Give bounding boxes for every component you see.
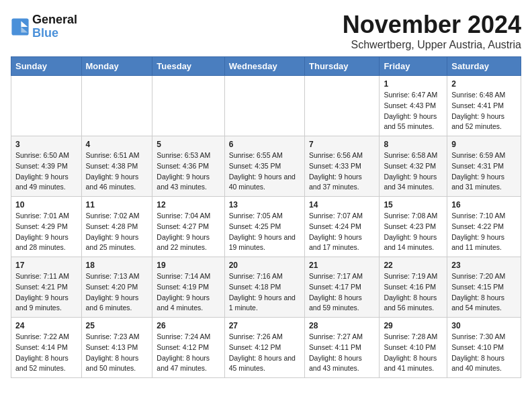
calendar-cell-4-1: 17Sunrise: 7:11 AM Sunset: 4:21 PM Dayli… bbox=[11, 257, 82, 318]
day-number: 2 bbox=[451, 79, 517, 89]
calendar-cell-1-1 bbox=[11, 76, 82, 136]
day-number: 23 bbox=[451, 261, 517, 270]
day-number: 4 bbox=[86, 140, 148, 149]
page-title: November 2024 bbox=[343, 11, 521, 39]
calendar-cell-3-2: 11Sunrise: 7:02 AM Sunset: 4:28 PM Dayli… bbox=[81, 197, 152, 257]
day-number: 22 bbox=[384, 261, 443, 270]
calendar-cell-3-1: 10Sunrise: 7:01 AM Sunset: 4:29 PM Dayli… bbox=[11, 197, 82, 257]
calendar-cell-3-5: 14Sunrise: 7:07 AM Sunset: 4:24 PM Dayli… bbox=[305, 197, 380, 257]
day-info: Sunrise: 6:53 AM Sunset: 4:36 PM Dayligh… bbox=[157, 150, 220, 193]
calendar-header-saturday: Saturday bbox=[447, 57, 521, 76]
logo: GeneralBlue bbox=[11, 13, 77, 40]
day-number: 30 bbox=[451, 321, 517, 330]
day-info: Sunrise: 7:26 AM Sunset: 4:12 PM Dayligh… bbox=[229, 332, 300, 374]
day-info: Sunrise: 7:19 AM Sunset: 4:16 PM Dayligh… bbox=[384, 271, 443, 314]
day-number: 5 bbox=[157, 140, 220, 149]
day-info: Sunrise: 7:02 AM Sunset: 4:28 PM Dayligh… bbox=[86, 211, 148, 253]
day-number: 8 bbox=[384, 140, 443, 149]
calendar-cell-3-6: 15Sunrise: 7:08 AM Sunset: 4:23 PM Dayli… bbox=[380, 197, 447, 257]
day-number: 11 bbox=[86, 200, 148, 210]
day-number: 28 bbox=[309, 321, 375, 330]
day-info: Sunrise: 7:04 AM Sunset: 4:27 PM Dayligh… bbox=[157, 211, 220, 253]
day-info: Sunrise: 7:11 AM Sunset: 4:21 PM Dayligh… bbox=[15, 271, 77, 314]
day-info: Sunrise: 7:23 AM Sunset: 4:13 PM Dayligh… bbox=[86, 332, 148, 374]
day-number: 19 bbox=[157, 261, 220, 270]
calendar-header-tuesday: Tuesday bbox=[152, 57, 224, 76]
day-number: 18 bbox=[86, 261, 148, 270]
day-number: 29 bbox=[384, 321, 443, 330]
logo-icon bbox=[11, 17, 30, 36]
calendar-body: 1Sunrise: 6:47 AM Sunset: 4:43 PM Daylig… bbox=[11, 76, 521, 378]
calendar-week-5: 24Sunrise: 7:22 AM Sunset: 4:14 PM Dayli… bbox=[11, 318, 521, 378]
calendar-cell-1-4 bbox=[224, 76, 304, 136]
calendar-cell-5-4: 27Sunrise: 7:26 AM Sunset: 4:12 PM Dayli… bbox=[224, 318, 304, 378]
day-info: Sunrise: 7:07 AM Sunset: 4:24 PM Dayligh… bbox=[309, 211, 375, 253]
day-number: 15 bbox=[384, 200, 443, 210]
calendar-cell-3-3: 12Sunrise: 7:04 AM Sunset: 4:27 PM Dayli… bbox=[152, 197, 224, 257]
calendar-cell-1-3 bbox=[152, 76, 224, 136]
calendar-cell-3-7: 16Sunrise: 7:10 AM Sunset: 4:22 PM Dayli… bbox=[447, 197, 521, 257]
calendar-header-friday: Friday bbox=[380, 57, 447, 76]
day-info: Sunrise: 7:05 AM Sunset: 4:25 PM Dayligh… bbox=[229, 211, 300, 253]
calendar-header-wednesday: Wednesday bbox=[224, 57, 304, 76]
calendar-week-1: 1Sunrise: 6:47 AM Sunset: 4:43 PM Daylig… bbox=[11, 76, 521, 136]
day-info: Sunrise: 7:08 AM Sunset: 4:23 PM Dayligh… bbox=[384, 211, 443, 253]
calendar-cell-4-7: 23Sunrise: 7:20 AM Sunset: 4:15 PM Dayli… bbox=[447, 257, 521, 318]
calendar-header-row: SundayMondayTuesdayWednesdayThursdayFrid… bbox=[11, 57, 521, 76]
calendar-cell-5-3: 26Sunrise: 7:24 AM Sunset: 4:12 PM Dayli… bbox=[152, 318, 224, 378]
calendar-cell-1-7: 2Sunrise: 6:48 AM Sunset: 4:41 PM Daylig… bbox=[447, 76, 521, 136]
day-info: Sunrise: 6:56 AM Sunset: 4:33 PM Dayligh… bbox=[309, 150, 375, 193]
day-info: Sunrise: 6:50 AM Sunset: 4:39 PM Dayligh… bbox=[15, 150, 77, 193]
day-number: 9 bbox=[451, 140, 517, 149]
day-info: Sunrise: 6:55 AM Sunset: 4:35 PM Dayligh… bbox=[229, 150, 300, 193]
day-info: Sunrise: 6:58 AM Sunset: 4:32 PM Dayligh… bbox=[384, 150, 443, 193]
day-number: 17 bbox=[15, 261, 77, 270]
calendar-cell-1-2 bbox=[81, 76, 152, 136]
calendar-cell-2-2: 4Sunrise: 6:51 AM Sunset: 4:38 PM Daylig… bbox=[81, 136, 152, 197]
day-number: 20 bbox=[229, 261, 300, 270]
day-info: Sunrise: 7:22 AM Sunset: 4:14 PM Dayligh… bbox=[15, 332, 77, 374]
day-number: 26 bbox=[157, 321, 220, 330]
calendar-cell-1-6: 1Sunrise: 6:47 AM Sunset: 4:43 PM Daylig… bbox=[380, 76, 447, 136]
calendar-cell-5-6: 29Sunrise: 7:28 AM Sunset: 4:10 PM Dayli… bbox=[380, 318, 447, 378]
calendar-cell-2-3: 5Sunrise: 6:53 AM Sunset: 4:36 PM Daylig… bbox=[152, 136, 224, 197]
day-info: Sunrise: 7:13 AM Sunset: 4:20 PM Dayligh… bbox=[86, 271, 148, 314]
day-number: 14 bbox=[309, 200, 375, 210]
day-info: Sunrise: 7:27 AM Sunset: 4:11 PM Dayligh… bbox=[309, 332, 375, 374]
day-number: 7 bbox=[309, 140, 375, 149]
calendar-header-monday: Monday bbox=[81, 57, 152, 76]
calendar-cell-4-2: 18Sunrise: 7:13 AM Sunset: 4:20 PM Dayli… bbox=[81, 257, 152, 318]
calendar-week-3: 10Sunrise: 7:01 AM Sunset: 4:29 PM Dayli… bbox=[11, 197, 521, 257]
day-info: Sunrise: 7:28 AM Sunset: 4:10 PM Dayligh… bbox=[384, 332, 443, 374]
day-number: 12 bbox=[157, 200, 220, 210]
day-number: 3 bbox=[15, 140, 77, 149]
day-info: Sunrise: 7:10 AM Sunset: 4:22 PM Dayligh… bbox=[451, 211, 517, 253]
calendar-cell-5-7: 30Sunrise: 7:30 AM Sunset: 4:10 PM Dayli… bbox=[447, 318, 521, 378]
day-info: Sunrise: 6:48 AM Sunset: 4:41 PM Dayligh… bbox=[451, 90, 517, 132]
calendar-cell-4-4: 20Sunrise: 7:16 AM Sunset: 4:18 PM Dayli… bbox=[224, 257, 304, 318]
calendar-week-2: 3Sunrise: 6:50 AM Sunset: 4:39 PM Daylig… bbox=[11, 136, 521, 197]
day-number: 27 bbox=[229, 321, 300, 330]
day-number: 1 bbox=[384, 79, 443, 89]
day-info: Sunrise: 6:51 AM Sunset: 4:38 PM Dayligh… bbox=[86, 150, 148, 193]
day-number: 25 bbox=[86, 321, 148, 330]
logo-text: GeneralBlue bbox=[32, 13, 77, 40]
day-info: Sunrise: 6:47 AM Sunset: 4:43 PM Dayligh… bbox=[384, 90, 443, 132]
day-info: Sunrise: 6:59 AM Sunset: 4:31 PM Dayligh… bbox=[451, 150, 517, 193]
calendar-cell-3-4: 13Sunrise: 7:05 AM Sunset: 4:25 PM Dayli… bbox=[224, 197, 304, 257]
calendar-cell-4-5: 21Sunrise: 7:17 AM Sunset: 4:17 PM Dayli… bbox=[305, 257, 380, 318]
page-header: GeneralBlue November 2024 Schwertberg, U… bbox=[11, 11, 521, 51]
calendar-header-thursday: Thursday bbox=[305, 57, 380, 76]
day-info: Sunrise: 7:17 AM Sunset: 4:17 PM Dayligh… bbox=[309, 271, 375, 314]
calendar-cell-4-6: 22Sunrise: 7:19 AM Sunset: 4:16 PM Dayli… bbox=[380, 257, 447, 318]
calendar-cell-4-3: 19Sunrise: 7:14 AM Sunset: 4:19 PM Dayli… bbox=[152, 257, 224, 318]
day-number: 6 bbox=[229, 140, 300, 149]
calendar-week-4: 17Sunrise: 7:11 AM Sunset: 4:21 PM Dayli… bbox=[11, 257, 521, 318]
day-info: Sunrise: 7:20 AM Sunset: 4:15 PM Dayligh… bbox=[451, 271, 517, 314]
calendar-cell-2-4: 6Sunrise: 6:55 AM Sunset: 4:35 PM Daylig… bbox=[224, 136, 304, 197]
calendar-table: SundayMondayTuesdayWednesdayThursdayFrid… bbox=[11, 56, 521, 378]
calendar-cell-2-7: 9Sunrise: 6:59 AM Sunset: 4:31 PM Daylig… bbox=[447, 136, 521, 197]
calendar-cell-5-1: 24Sunrise: 7:22 AM Sunset: 4:14 PM Dayli… bbox=[11, 318, 82, 378]
page-subtitle: Schwertberg, Upper Austria, Austria bbox=[343, 39, 521, 51]
day-number: 21 bbox=[309, 261, 375, 270]
